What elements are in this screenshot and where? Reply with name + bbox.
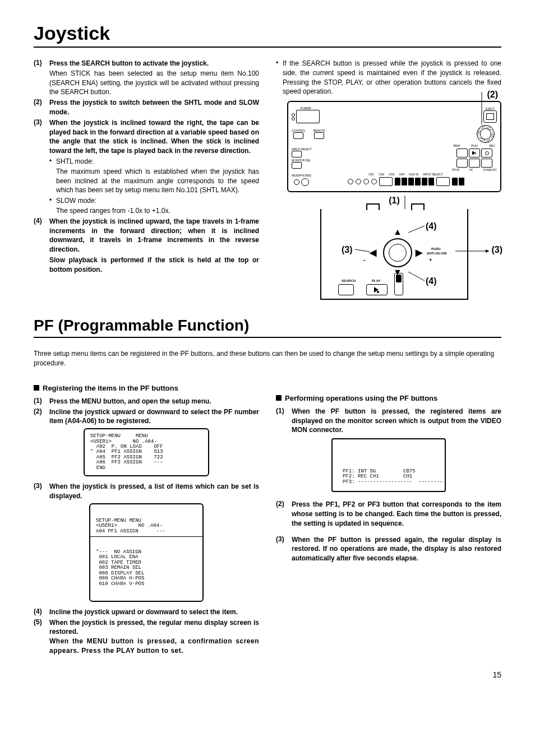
callout-3-right: (3) bbox=[491, 245, 502, 255]
svg-marker-6 bbox=[486, 249, 489, 253]
pf-step-4: (4) Incline the joystick upward or downw… bbox=[34, 607, 259, 617]
joystick-note-text: If the SEARCH button is pressed while th… bbox=[283, 59, 501, 96]
callout-4-top: (4) bbox=[426, 221, 437, 231]
bullet-shtl: • SHTL mode: bbox=[49, 157, 259, 166]
pf-right-col: Performing operations using the PF butto… bbox=[276, 376, 501, 657]
label-minus: – bbox=[363, 257, 366, 263]
arrow-left-icon: ◀ bbox=[370, 247, 376, 258]
step-head: When the joystick is pressed, the regula… bbox=[49, 618, 259, 637]
pf-left-head: Registering the items in the PF buttons bbox=[34, 384, 259, 392]
step-number: (2) bbox=[34, 407, 49, 426]
slot bbox=[436, 177, 450, 186]
setup-menu-screenshot-2: SETUP-MENU MENU <USER1> NO .A04- A04 PF1… bbox=[89, 503, 204, 602]
page-number: 15 bbox=[34, 670, 501, 679]
bullet-text: The maximum speed which is established w… bbox=[49, 167, 259, 195]
callout-4-bot: (4) bbox=[426, 276, 437, 286]
label-remote: REMOTE bbox=[313, 129, 325, 132]
callout-2: (2) bbox=[487, 90, 498, 100]
label-aud-in: AUD IN bbox=[409, 173, 418, 176]
label-rew: REW bbox=[454, 145, 460, 147]
joystick-note: • If the SEARCH button is pressed while … bbox=[276, 59, 501, 96]
step-head: Press the MENU button, and open the setu… bbox=[49, 397, 259, 406]
pf-monitor-screenshot: PF1: INT SG CB75 PF2: REC CH1 CH1 PF3: -… bbox=[331, 438, 446, 492]
label-shtl-slow: SHTL/SLOW bbox=[427, 252, 446, 255]
label-ch3: CH3 bbox=[389, 173, 394, 176]
step-head-2: When the MENU button is pressed, a confi… bbox=[49, 637, 259, 656]
power-flap bbox=[296, 110, 320, 123]
step-head: When the joystick is pressed, a list of … bbox=[49, 482, 259, 501]
callout-1-below: (1) bbox=[287, 196, 501, 206]
square-bullet-icon bbox=[276, 395, 282, 401]
label-search: SEARCH bbox=[342, 279, 356, 282]
joystick-step-1: (1) Press the SEARCH button to activate … bbox=[34, 59, 259, 97]
transport-buttons-bot bbox=[456, 159, 492, 168]
label-ff: FF bbox=[469, 169, 473, 171]
step-number: (1) bbox=[34, 59, 49, 97]
knob-row bbox=[395, 178, 434, 185]
step-head: Press the joystick to switch between the… bbox=[49, 98, 259, 117]
step-number: (2) bbox=[34, 98, 49, 117]
joystick-step-4: (4) When the joystick is inclined upward… bbox=[34, 217, 259, 275]
label-headphones: HEADPHONES bbox=[292, 174, 311, 177]
pf-step-5: (5) When the joystick is pressed, the re… bbox=[34, 618, 259, 656]
rule bbox=[34, 47, 501, 48]
step-number: (5) bbox=[34, 618, 49, 656]
leader-line-1 bbox=[404, 196, 405, 209]
pf-heading: PF (Programmable Function) bbox=[34, 317, 501, 335]
step-number: (1) bbox=[34, 397, 49, 406]
step-head: Press the PF1, PF2 or PF3 button that co… bbox=[292, 500, 501, 528]
vtr-diagram: (2) POWER EJECT bbox=[287, 101, 501, 300]
pf-step-1: (1) Press the MENU button, and open the … bbox=[34, 397, 259, 406]
pf-monitor-text: PF1: INT SG CB75 PF2: REC CH1 CH1 PF3: -… bbox=[343, 469, 442, 486]
plug-row bbox=[348, 179, 377, 184]
label-standby: STAND BY bbox=[483, 169, 497, 171]
joystick-right-col: • If the SEARCH button is pressed while … bbox=[276, 59, 501, 300]
label-stop: STOP bbox=[452, 169, 460, 171]
label-plus: + bbox=[429, 257, 432, 263]
pf-right-head-text: Performing operations using the PF butto… bbox=[285, 394, 437, 402]
joystick-closeup: ▲ ▼ ◀ ▶ (4) (3) (4) PUSH SHTL/SLOW SEARC… bbox=[320, 209, 468, 300]
setup-menu-top: SETUP-MENU MENU <USER1> NO .A04- A04 PF1… bbox=[90, 515, 202, 537]
pf-right-head: Performing operations using the PF butto… bbox=[276, 394, 501, 402]
bullet-text: The speed ranges from -1.0x to +1.0x. bbox=[49, 206, 259, 216]
joystick-step-3: (3) When the joystick is inclined toward… bbox=[34, 118, 259, 216]
step-head: Incline the joystick upward or downward … bbox=[49, 607, 259, 617]
svg-line-2 bbox=[408, 226, 425, 233]
step-number: (2) bbox=[276, 500, 292, 528]
search-button-icon bbox=[338, 284, 354, 295]
transport-buttons-top bbox=[456, 149, 492, 157]
pf-op-2: (2) Press the PF1, PF2 or PF3 button tha… bbox=[276, 500, 501, 528]
joystick-step-2: (2) Press the joystick to switch between… bbox=[34, 98, 259, 117]
step-head: Press the SEARCH button to activate the … bbox=[49, 59, 259, 68]
label-play: PLAY bbox=[471, 145, 478, 147]
pf-op-1: (1) When the PF button is pressed, the r… bbox=[276, 407, 501, 435]
slot bbox=[379, 177, 393, 186]
vtr-panel: POWER EJECT bbox=[287, 101, 501, 192]
bullet-title: SHTL mode: bbox=[56, 157, 94, 165]
step-number: (4) bbox=[34, 607, 49, 617]
label-ch4: CH4 bbox=[399, 173, 404, 176]
pf-step-2: (2) Incline the joystick upward or downw… bbox=[34, 407, 259, 426]
pf-step-3: (3) When the joystick is pressed, a list… bbox=[34, 482, 259, 501]
pf-left-head-text: Registering the items in the PF buttons bbox=[43, 384, 178, 392]
step-head: When the joystick is inclined toward the… bbox=[49, 118, 259, 156]
step-head: When the joystick is inclined upward, th… bbox=[49, 217, 259, 254]
label-ch2: CH2 bbox=[379, 173, 384, 176]
toggle-button-icon bbox=[394, 273, 403, 295]
joystick-left-col: (1) Press the SEARCH button to activate … bbox=[34, 59, 259, 300]
step-head-2: Slow playback is performed if the stick … bbox=[49, 256, 259, 275]
pf-left-col: Registering the items in the PF buttons … bbox=[34, 376, 259, 657]
joystick-columns: (1) Press the SEARCH button to activate … bbox=[34, 59, 501, 300]
label-rec: REC bbox=[490, 145, 496, 147]
step-number: (3) bbox=[34, 482, 49, 501]
tape-dial bbox=[477, 125, 495, 143]
setup-menu-screenshot-1: SETUP-MENU MENU <USER1> NO .A04- A02 P. … bbox=[84, 428, 209, 476]
label-ch1: CH1 bbox=[368, 173, 374, 176]
pf-intro: Three setup menu items can be registered… bbox=[34, 349, 501, 368]
label-input-select-2: INPUT SELECT bbox=[423, 173, 443, 176]
step-number: (1) bbox=[276, 407, 292, 435]
play-button-icon bbox=[366, 284, 388, 295]
svg-line-4 bbox=[355, 249, 370, 252]
joystick-dial bbox=[383, 238, 412, 267]
pf-op-3: (3) When the PF button is pressed again,… bbox=[276, 535, 501, 563]
